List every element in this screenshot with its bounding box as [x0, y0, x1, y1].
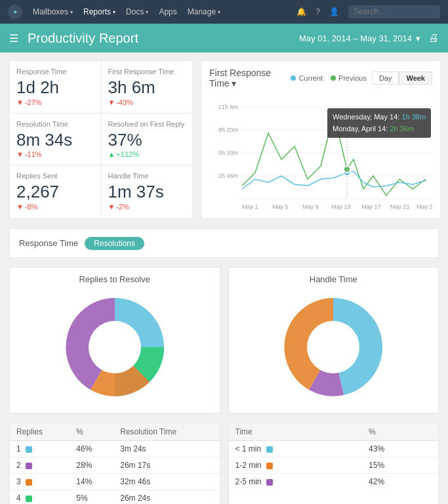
down-arrow-icon: ▼ [16, 98, 24, 106]
col-time: Time [229, 423, 363, 441]
metric-first-response-time: First Response Time 3h 6m ▼-43% [102, 61, 193, 113]
chart-svg-wrap: 11h 6m 8h 20m 5h 33m 2h 46m May 1 May 5 … [209, 94, 432, 212]
svg-point-19 [89, 321, 141, 373]
nav-docs[interactable]: Docs ▾ [126, 7, 148, 16]
date-range[interactable]: May 01, 2014 – May 31, 2014 ▾ [299, 33, 420, 43]
down-arrow-icon: ▼ [16, 203, 24, 211]
svg-text:May 1: May 1 [242, 203, 258, 210]
nav-apps[interactable]: Apps [159, 7, 176, 16]
metric-change-5: ▼-2% [108, 203, 186, 211]
main-content: Response Time 1d 2h ▼-27% First Response… [0, 52, 448, 504]
top-nav: ✦ Mailboxes ▾ Reports ▾ Docs ▾ Apps Mana… [0, 0, 448, 24]
chart-panel: First Response Time ▾ Current Previous D… [201, 60, 441, 219]
table-row: 1-2 min 15% [229, 457, 439, 474]
chart-title[interactable]: First Response Time ▾ [209, 68, 285, 89]
tables-row: Replies % Resolution Time 1 46% 3m 24s 2… [9, 423, 439, 504]
metric-response-time: Response Time 1d 2h ▼-27% [10, 61, 102, 113]
nav-manage[interactable]: Manage ▾ [188, 7, 220, 16]
col-pct: % [70, 423, 113, 441]
chart-btn-day[interactable]: Day [372, 72, 399, 85]
metrics-row-1: Response Time 1d 2h ▼-27% First Response… [10, 61, 192, 114]
caret-icon: ▾ [232, 78, 236, 89]
replies-table-section: Replies % Resolution Time 1 46% 3m 24s 2… [9, 423, 220, 504]
tab-resolutions[interactable]: Resolutions [85, 237, 144, 250]
time-table-section: Time % < 1 min 43% 1-2 min 15% 2-5 min 4… [228, 423, 439, 504]
svg-text:May 17: May 17 [361, 203, 381, 210]
line-chart: 11h 6m 8h 20m 5h 33m 2h 46m May 1 May 5 … [209, 94, 432, 212]
metrics-row-2: Resolution Time 8m 34s ▼-11% Resolved on… [10, 114, 192, 166]
chart-legend: Current Previous [291, 74, 366, 82]
svg-text:5h 33m: 5h 33m [218, 150, 238, 156]
col-time-pct: % [362, 423, 438, 441]
previous-dot [331, 75, 336, 81]
chart-header: First Response Time ▾ Current Previous D… [209, 68, 432, 89]
tab-response-time[interactable]: Response Time [19, 236, 78, 251]
tabs-section: Response Time Resolutions [9, 228, 439, 258]
metric-handle-time: Handle Time 1m 37s ▼-2% [102, 165, 193, 217]
down-arrow-icon: ▼ [108, 98, 115, 106]
nav-reports[interactable]: Reports ▾ [83, 7, 115, 16]
down-arrow-icon: ▼ [108, 203, 115, 211]
svg-text:May 5: May 5 [272, 203, 289, 210]
metric-change-4: ▼-8% [16, 203, 94, 211]
legend-current: Current [291, 74, 323, 82]
table-row: 2 28% 26m 17s [10, 457, 220, 474]
donut-replies: Replies to Resolve [9, 267, 220, 413]
donut-charts-row: Replies to Resolve Handle Time [9, 267, 439, 413]
menu-icon[interactable]: ☰ [9, 32, 18, 45]
svg-text:2h 46m: 2h 46m [218, 173, 238, 179]
table-row: 1 46% 3m 24s [10, 441, 220, 457]
sub-header: ☰ Productivity Report May 01, 2014 – May… [0, 24, 448, 52]
metric-change-2: ▼-11% [16, 150, 94, 158]
down-arrow-icon: ▼ [16, 150, 24, 158]
svg-text:May 21: May 21 [390, 203, 410, 210]
svg-text:May 25: May 25 [417, 203, 432, 210]
chart-buttons: Day Week [372, 72, 432, 85]
svg-text:11h 6m: 11h 6m [218, 104, 238, 110]
page-title: Productivity Report [28, 31, 299, 46]
donut-chart-handle [268, 288, 399, 406]
up-arrow-icon: ▲ [108, 150, 115, 158]
logo: ✦ [8, 5, 22, 19]
svg-text:May 13: May 13 [331, 203, 351, 210]
metric-resolution-time: Resolution Time 8m 34s ▼-11% [10, 114, 102, 165]
metric-change-3: ▲+112% [108, 150, 186, 158]
table-row: < 1 min 43% [229, 441, 439, 457]
metrics-chart-row: Response Time 1d 2h ▼-27% First Response… [9, 60, 439, 219]
replies-table: Replies % Resolution Time 1 46% 3m 24s 2… [10, 423, 220, 504]
svg-text:May 9: May 9 [302, 203, 319, 210]
table-row: 3 14% 32m 46s [10, 474, 220, 490]
speaker-icon[interactable]: 🔔 [296, 7, 306, 16]
donut-chart-replies [49, 288, 180, 406]
svg-text:8h 20m: 8h 20m [218, 127, 238, 133]
table-row: 4 5% 26m 24s [10, 490, 220, 505]
nav-icons: 🔔 ? 👤 [296, 5, 440, 18]
col-resolution-time: Resolution Time [113, 423, 219, 441]
print-icon[interactable]: 🖨 [428, 32, 439, 44]
metric-replies-sent: Replies Sent 2,267 ▼-8% [10, 165, 102, 217]
metrics-row-3: Replies Sent 2,267 ▼-8% Handle Time 1m 3… [10, 165, 192, 217]
metrics-panel: Response Time 1d 2h ▼-27% First Response… [9, 60, 193, 219]
col-replies: Replies [10, 423, 70, 441]
metric-change-0: ▼-27% [16, 98, 94, 106]
user-icon[interactable]: 👤 [329, 7, 339, 16]
current-dot [291, 75, 296, 81]
time-table: Time % < 1 min 43% 1-2 min 15% 2-5 min 4… [229, 423, 439, 490]
nav-mailboxes[interactable]: Mailboxes ▾ [33, 7, 73, 16]
chart-btn-week[interactable]: Week [399, 72, 432, 85]
svg-point-20 [307, 321, 359, 373]
table-row: 2-5 min 42% [229, 474, 439, 490]
metric-resolved-first-reply: Resolved on First Reply 37% ▲+112% [102, 114, 193, 165]
search-input[interactable] [348, 5, 440, 18]
help-icon[interactable]: ? [316, 7, 320, 16]
legend-previous: Previous [331, 74, 367, 82]
metric-change-1: ▼-43% [108, 98, 186, 106]
donut-handle-time: Handle Time [228, 267, 439, 413]
